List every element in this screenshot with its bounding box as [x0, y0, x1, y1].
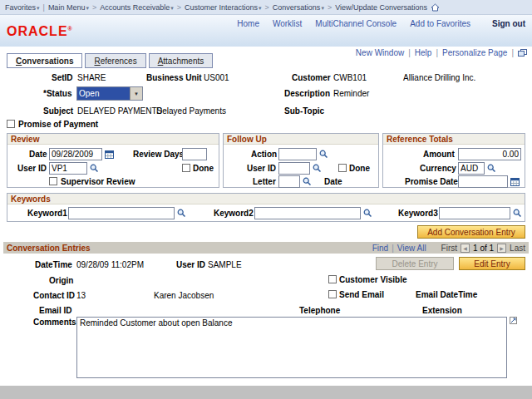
- previous-row-icon[interactable]: ◀: [461, 244, 470, 253]
- separator: |: [408, 48, 411, 57]
- lookup-icon[interactable]: [487, 164, 496, 173]
- keyword3-label: Keyword3: [398, 209, 438, 218]
- home-icon[interactable]: [431, 3, 440, 12]
- review-done-checkbox[interactable]: [182, 164, 190, 172]
- customer-name-value: Alliance Drilling Inc.: [403, 73, 475, 82]
- help-link[interactable]: Help: [415, 48, 432, 57]
- sign-out-link[interactable]: Sign out: [492, 19, 525, 28]
- add-to-favorites-link[interactable]: Add to Favorites: [410, 19, 470, 28]
- breadcrumb: Favorites▾ | Main Menu▾ > Accounts Recei…: [0, 0, 532, 15]
- breadcrumb-main-menu[interactable]: Main Menu▾: [48, 3, 89, 12]
- multichannel-console-link[interactable]: MultiChannel Console: [315, 19, 397, 28]
- separator: |: [511, 48, 514, 57]
- copy-url-icon[interactable]: [518, 49, 527, 57]
- personalize-page-link[interactable]: Personalize Page: [442, 48, 507, 57]
- lookup-icon[interactable]: [90, 164, 99, 173]
- separator: |: [436, 48, 438, 57]
- telephone-label: Telephone: [299, 306, 340, 315]
- breadcrumb-item-customer-interactions[interactable]: Customer Interactions▾: [185, 3, 262, 12]
- keyword1-label: Keyword1: [27, 209, 67, 218]
- breadcrumb-item-accounts-receivable[interactable]: Accounts Receivable▾: [100, 3, 174, 12]
- supervisor-review-checkbox[interactable]: [49, 177, 57, 185]
- follow-up-done-label: Done: [349, 164, 370, 173]
- currency-input[interactable]: [458, 162, 485, 175]
- currency-label: Currency: [420, 164, 456, 173]
- breadcrumb-favorites[interactable]: Favorites▾: [5, 3, 40, 12]
- follow-up-userid-input[interactable]: [278, 162, 310, 175]
- lookup-icon[interactable]: [513, 209, 522, 218]
- edit-entry-button[interactable]: Edit Entry: [459, 257, 525, 270]
- follow-up-action-label: Action: [251, 150, 277, 159]
- keyword1-input[interactable]: [68, 207, 175, 219]
- keywords-groupbox-title: Keywords: [7, 194, 525, 204]
- calendar-icon[interactable]: [105, 150, 114, 159]
- keyword2-input[interactable]: [254, 207, 361, 219]
- contact-id-label: Contact ID: [33, 291, 75, 300]
- follow-up-letter-input[interactable]: [278, 175, 300, 188]
- application-window: Favorites▾ | Main Menu▾ > Accounts Recei…: [0, 0, 532, 399]
- lookup-icon[interactable]: [363, 209, 372, 218]
- row-position: 1 of 1: [473, 244, 494, 253]
- email-id-label: Email ID: [39, 306, 71, 315]
- new-window-link[interactable]: New Window: [356, 48, 404, 57]
- breadcrumb-item-conversations[interactable]: Conversations▾: [273, 3, 324, 12]
- amount-input[interactable]: [458, 148, 521, 160]
- conversation-entries-header: Conversation Entries Find | View All Fir…: [3, 242, 529, 254]
- delete-entry-button[interactable]: Delete Entry: [376, 257, 454, 270]
- breadcrumb-separator: >: [265, 3, 269, 12]
- tab-references[interactable]: References: [85, 53, 145, 68]
- chevron-down-icon: ▾: [86, 5, 89, 11]
- calendar-icon[interactable]: [510, 177, 520, 186]
- separator: |: [392, 244, 394, 253]
- tab-attachments[interactable]: Attachments: [149, 53, 214, 68]
- last-link[interactable]: Last: [510, 244, 525, 253]
- description-value: Reminder: [333, 89, 369, 98]
- breadcrumb-separator: >: [328, 3, 332, 12]
- promise-date-label: Promise Date: [405, 177, 458, 186]
- lookup-icon[interactable]: [303, 177, 312, 186]
- send-email-checkbox[interactable]: [328, 290, 337, 298]
- supervisor-review-label: Supervisor Review: [61, 177, 135, 186]
- comments-label: Comments: [33, 318, 76, 327]
- follow-up-date-label: Date: [324, 177, 342, 186]
- view-all-link[interactable]: View All: [397, 244, 426, 253]
- lookup-icon[interactable]: [177, 209, 186, 218]
- breadcrumb-separator: >: [92, 3, 96, 12]
- worklist-link[interactable]: Worklist: [273, 19, 302, 28]
- review-days-input[interactable]: [182, 148, 207, 160]
- review-userid-label: User ID: [17, 164, 47, 173]
- amount-label: Amount: [423, 150, 455, 159]
- customer-visible-label: Customer Visible: [339, 275, 407, 284]
- setid-value: SHARE: [77, 73, 106, 82]
- subtopic-label: Sub-Topic: [284, 106, 324, 116]
- home-link[interactable]: Home: [237, 19, 259, 28]
- registered-mark: ®: [68, 26, 73, 32]
- find-link[interactable]: Find: [372, 244, 388, 253]
- add-conversation-entry-button[interactable]: Add Conversation Entry: [417, 225, 525, 239]
- window-background: [0, 386, 532, 399]
- comments-textarea[interactable]: Reminded Customer about open Balance: [76, 317, 507, 378]
- lookup-icon[interactable]: [319, 150, 328, 159]
- promise-of-payment-checkbox[interactable]: [7, 120, 15, 128]
- promise-date-input[interactable]: [458, 175, 508, 188]
- next-row-icon[interactable]: ▶: [497, 244, 506, 253]
- keyword3-input[interactable]: [439, 207, 510, 219]
- status-select[interactable]: Open ▼: [76, 86, 143, 101]
- review-userid-input[interactable]: [49, 162, 87, 175]
- dropdown-arrow-icon[interactable]: ▼: [130, 87, 142, 100]
- customer-value: CWB101: [333, 73, 367, 82]
- follow-up-done-checkbox[interactable]: [338, 164, 347, 172]
- follow-up-groupbox-title: Follow Up: [224, 134, 378, 145]
- follow-up-groupbox: Follow Up Action User ID Done Letter Dat…: [223, 133, 379, 188]
- review-date-input[interactable]: [49, 148, 102, 160]
- origin-label: Origin: [49, 276, 73, 285]
- entry-userid-label: User ID: [176, 260, 205, 269]
- expand-comments-icon[interactable]: [510, 317, 517, 324]
- entry-datetime-label: DateTime: [35, 260, 72, 269]
- follow-up-action-input[interactable]: [278, 148, 317, 160]
- tab-conversations[interactable]: Conversations: [7, 53, 82, 68]
- lookup-icon[interactable]: [313, 164, 322, 173]
- first-link[interactable]: First: [441, 244, 457, 253]
- customer-visible-checkbox[interactable]: [328, 275, 337, 283]
- review-groupbox-title: Review: [7, 134, 219, 145]
